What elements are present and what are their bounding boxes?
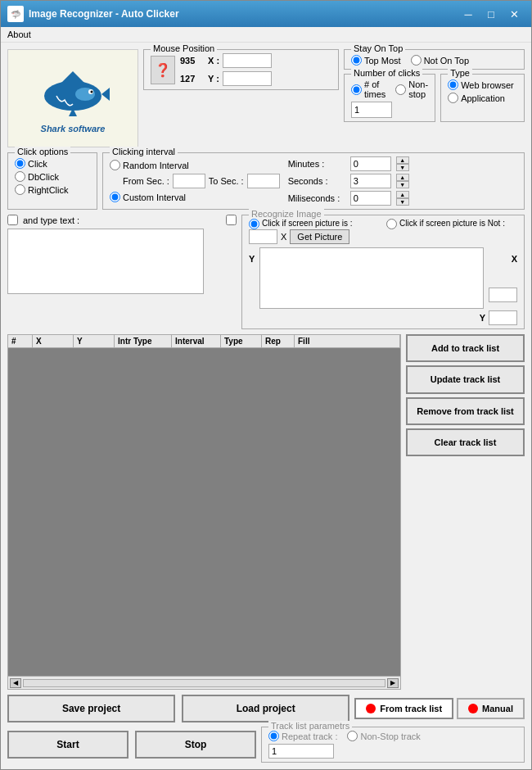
click-if-is-radio[interactable]	[249, 219, 259, 229]
random-interval-label: Random Interval	[123, 161, 189, 170]
num-of-times-label: # of times	[364, 79, 385, 99]
minutes-down[interactable]: ▼	[396, 164, 409, 171]
bottom-y-label: Y	[480, 313, 485, 323]
x-input[interactable]	[223, 53, 272, 68]
track-table-header: # X Y Intr Type Interval Type Rep Fill	[8, 335, 400, 348]
col-y: Y	[74, 335, 115, 347]
scroll-right-arrow[interactable]: ▶	[387, 678, 399, 688]
milliseconds-spinner[interactable]: ▲ ▼	[396, 191, 409, 206]
from-track-list-dot	[366, 704, 376, 713]
click-if-is-label: Click if screen picture is :	[262, 219, 353, 228]
update-track-button[interactable]: Update track list	[406, 365, 525, 393]
start-stop-row: Start Stop	[7, 731, 256, 759]
left-y-label: Y	[249, 254, 255, 264]
col-type: Type	[221, 335, 262, 347]
and-type-checkbox[interactable]	[7, 215, 18, 225]
click-label: Click	[28, 159, 47, 169]
interval-right: Minutes : ▲ ▼ Seconds : ▲ ▼	[288, 156, 409, 206]
maximize-button[interactable]: □	[480, 5, 502, 23]
num-of-times-radio[interactable]	[351, 84, 362, 95]
right-top: Mouse Position ❓ 935 X : 127	[143, 49, 525, 147]
minutes-up[interactable]: ▲	[396, 156, 409, 164]
track-params-group: Track list parametrs Repeat track : Non-…	[261, 727, 525, 763]
minimize-button[interactable]: ─	[458, 5, 479, 23]
mode-params-row: Save project Load project From track lis…	[7, 695, 525, 722]
minutes-input[interactable]	[350, 156, 391, 171]
seconds-spinner[interactable]: ▲ ▼	[396, 174, 409, 188]
milliseconds-up[interactable]: ▲	[396, 191, 409, 198]
title-bar: 🦈 Image Recognizer - Auto Clicker ─ □ ✕	[1, 1, 531, 27]
random-interval-radio[interactable]	[110, 160, 120, 170]
click-options-label: Click options	[15, 147, 70, 156]
scroll-left-arrow[interactable]: ◀	[10, 678, 21, 688]
pic-x-right-input[interactable]	[489, 288, 517, 302]
manual-button[interactable]: Manual	[457, 698, 525, 719]
minutes-spinner[interactable]: ▲ ▼	[396, 156, 409, 171]
clear-track-button[interactable]: Clear track list	[406, 428, 525, 456]
and-type-checkbox2[interactable]	[226, 215, 237, 225]
app-icon: 🦈	[7, 6, 24, 22]
recognize-image-area	[259, 247, 484, 309]
col-fill: Fill	[295, 335, 400, 347]
click-options-group: Click options Click DbClick RightClick	[7, 152, 97, 210]
pic-x-top-input[interactable]	[249, 229, 277, 244]
dbclick-radio[interactable]	[15, 171, 25, 182]
type-text-area[interactable]	[7, 229, 204, 294]
scroll-track[interactable]	[23, 679, 385, 687]
stop-button[interactable]: Stop	[135, 731, 256, 759]
menu-bar: About	[1, 27, 531, 43]
not-on-top-radio[interactable]	[411, 55, 422, 66]
seconds-down[interactable]: ▼	[396, 181, 409, 188]
to-sec-input[interactable]	[247, 174, 280, 188]
track-scrollbar[interactable]: ◀ ▶	[8, 676, 400, 689]
application-radio[interactable]	[448, 93, 458, 103]
manual-dot	[468, 704, 478, 713]
middle-section: Click options Click DbClick RightClick	[7, 152, 525, 210]
repeat-track-radio[interactable]	[268, 731, 279, 741]
add-to-track-button[interactable]: Add to track list	[406, 334, 525, 362]
web-browser-label: Web browser	[461, 80, 514, 90]
mouse-position-group: Mouse Position ❓ 935 X : 127	[143, 49, 339, 90]
y-input[interactable]	[223, 71, 272, 86]
bottom-bar: Save project Load project From track lis…	[7, 695, 525, 763]
pic-y-bottom-input[interactable]	[489, 310, 517, 325]
track-table-body[interactable]	[8, 348, 400, 676]
window-title: Image Recognizer - Auto Clicker	[29, 8, 458, 20]
inline-groups: Number of clicks # of times Non-stop	[344, 74, 525, 122]
x-label: X :	[208, 56, 219, 66]
content-area: Shark software Mouse Position ❓ 935	[1, 43, 531, 769]
click-if-not-radio[interactable]	[386, 219, 397, 229]
remove-from-track-button[interactable]: Remove from track list	[406, 397, 525, 425]
get-picture-button[interactable]: Get Picture	[290, 229, 349, 244]
right-x-label: X	[512, 254, 517, 264]
track-table-wrap: # X Y Intr Type Interval Type Rep Fill ◀…	[7, 334, 401, 690]
from-track-list-label: From track list	[380, 704, 442, 713]
seconds-up[interactable]: ▲	[396, 174, 409, 181]
milliseconds-input[interactable]	[350, 191, 391, 206]
menu-about[interactable]: About	[7, 29, 31, 39]
repeat-value-input[interactable]	[268, 744, 334, 759]
load-project-button[interactable]: Load project	[182, 695, 349, 722]
x-value: 935	[180, 56, 205, 66]
from-sec-input[interactable]	[173, 174, 205, 188]
num-clicks-input[interactable]	[351, 102, 392, 118]
seconds-input[interactable]	[350, 174, 391, 188]
save-project-button[interactable]: Save project	[7, 695, 175, 722]
click-radio[interactable]	[15, 158, 25, 169]
repeat-track-label: Repeat track :	[282, 732, 337, 741]
rightclick-radio[interactable]	[15, 184, 25, 195]
custom-interval-radio[interactable]	[110, 192, 120, 202]
nonstop-track-label: Non-Stop track	[360, 732, 420, 741]
non-stop-label: Non-stop	[408, 79, 428, 99]
col-x: X	[33, 335, 74, 347]
svg-marker-5	[101, 88, 110, 101]
non-stop-radio[interactable]	[395, 84, 406, 95]
type-group: Type Web browser Application	[440, 74, 525, 122]
nonstop-track-radio[interactable]	[347, 731, 358, 741]
top-most-radio[interactable]	[351, 55, 362, 66]
milliseconds-down[interactable]: ▼	[396, 198, 409, 206]
start-button[interactable]: Start	[7, 731, 128, 759]
from-track-list-button[interactable]: From track list	[354, 698, 453, 719]
web-browser-radio[interactable]	[448, 79, 458, 90]
close-button[interactable]: ✕	[503, 5, 525, 23]
